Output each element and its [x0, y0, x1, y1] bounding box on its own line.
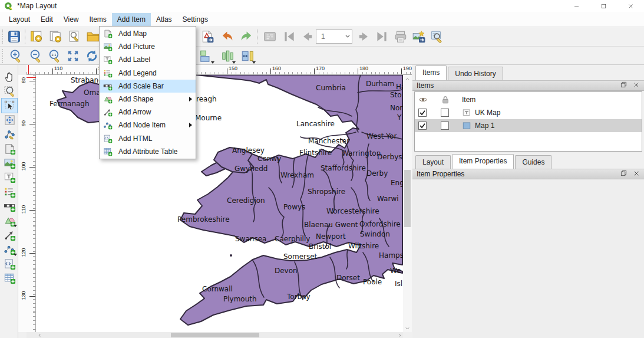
vertical-scrollbar[interactable] [403, 75, 412, 332]
menu-item-add-label[interactable]: Add Label [100, 53, 196, 66]
add-html-tool[interactable] [2, 257, 17, 271]
item-row-map-1[interactable]: Map 1 [415, 119, 642, 132]
add-arrow-tool[interactable] [2, 228, 17, 242]
scroll-left-button[interactable] [36, 332, 43, 338]
atlas-previous-feature-button[interactable] [299, 28, 315, 45]
map-label: Hampsh [379, 251, 403, 260]
menu-item-add-legend[interactable]: Add Legend [100, 67, 196, 80]
export-atlas-button[interactable] [428, 28, 445, 45]
layout-properties-button[interactable] [28, 28, 45, 45]
zoom-full-extent-button[interactable] [65, 48, 81, 64]
menu-edit[interactable]: Edit [35, 13, 58, 26]
menu-item-add-scale-bar[interactable]: Add Scale Bar [100, 80, 196, 93]
menu-item-add-picture[interactable]: Add Picture [100, 40, 196, 53]
toolbox [0, 65, 18, 338]
align-items-button[interactable] [198, 48, 214, 64]
close-button[interactable] [617, 0, 644, 12]
map-label: reagh [196, 95, 217, 103]
scroll-right-button[interactable] [396, 332, 403, 338]
menu-item-add-arrow[interactable]: Add Arrow [100, 106, 196, 119]
float-panel-icon[interactable] [620, 81, 628, 90]
maximize-button[interactable] [590, 0, 617, 12]
map-label: Blaenau Gwent [304, 221, 358, 229]
menu-item-add-html[interactable]: Add HTML [100, 132, 196, 145]
lock-checkbox[interactable] [441, 109, 449, 117]
map-label: Gwynedd [235, 165, 267, 173]
zoom-actual-size-button[interactable]: 1:1 [46, 48, 62, 64]
atlas-first-feature-button[interactable] [281, 28, 298, 45]
float-panel-icon[interactable] [620, 169, 628, 179]
redo-button[interactable] [238, 28, 255, 45]
add-map-icon [4, 143, 16, 155]
add-attribute-table-tool[interactable] [2, 271, 17, 286]
preview-atlas-button[interactable] [262, 28, 278, 45]
add-node-item-tool[interactable] [2, 242, 17, 257]
resize-items-button[interactable] [239, 48, 256, 64]
menu-item-add-attribute-table[interactable]: Add Attribute Table [100, 145, 196, 158]
move-item-content-tool[interactable] [2, 113, 17, 127]
menu-item-label: Add Shape [118, 95, 153, 103]
zoom-out-button[interactable] [27, 48, 44, 64]
duplicate-layout-button[interactable] [47, 28, 64, 45]
horizontal-scrollbar[interactable] [36, 332, 403, 338]
add-label-tool[interactable] [2, 170, 17, 185]
add-shape-tool[interactable] [2, 214, 17, 228]
select-move-item-tool[interactable] [2, 99, 17, 113]
zoom-tool[interactable] [2, 84, 17, 98]
vertical-scroll-thumb[interactable] [404, 170, 411, 227]
edit-nodes-item-tool[interactable] [2, 127, 17, 142]
close-panel-icon[interactable] [633, 81, 640, 90]
vertical-ruler[interactable]: 8090100110120130 [18, 75, 36, 332]
refresh-view-button[interactable] [84, 48, 100, 64]
menu-item-add-node-item[interactable]: Add Node Item [100, 119, 196, 132]
print-atlas-button[interactable] [392, 28, 409, 45]
add-map-tool[interactable] [2, 142, 17, 156]
menu-view[interactable]: View [58, 13, 84, 26]
horizontal-ruler[interactable]: 110120130140150160170180190 [27, 65, 412, 75]
visibility-checkbox[interactable] [418, 109, 427, 117]
tab-guides[interactable]: Guides [515, 155, 551, 169]
menu-atlas[interactable]: Atlas [151, 13, 177, 26]
layout-canvas[interactable]: StrabaneOmaghFermanaghreaghMourneCumbria… [36, 75, 403, 332]
add-html-icon [4, 258, 16, 270]
atlas-last-feature-button[interactable] [374, 28, 390, 45]
menu-layout[interactable]: Layout [4, 13, 35, 26]
map-islet [230, 254, 232, 257]
pan-layout-tool[interactable] [2, 70, 17, 84]
add-node-item-icon [103, 120, 113, 130]
visibility-checkbox[interactable] [418, 122, 427, 130]
tab-layout[interactable]: Layout [415, 155, 451, 169]
lock-checkbox[interactable] [441, 122, 449, 130]
add-picture-tool[interactable] [2, 156, 17, 170]
tab-undo-history[interactable]: Undo History [448, 67, 503, 80]
minimize-button[interactable] [563, 0, 590, 12]
tab-items[interactable]: Items [415, 65, 447, 80]
distribute-items-button[interactable] [219, 48, 236, 64]
save-layout-button[interactable] [6, 28, 22, 45]
close-panel-icon[interactable] [633, 170, 640, 179]
ruler-label: 130 [21, 289, 28, 302]
item-properties-panel-title: Item Properties [417, 170, 464, 178]
layout-manager-button[interactable] [66, 28, 82, 45]
item-row-uk-map[interactable]: UK Map [415, 106, 642, 119]
add-legend-tool[interactable] [2, 185, 17, 199]
atlas-next-feature-button[interactable] [356, 28, 372, 45]
undo-button[interactable] [219, 28, 236, 45]
atlas-page-combo[interactable]: 1 [316, 29, 352, 44]
horizontal-scroll-thumb[interactable] [171, 333, 259, 337]
tab-item-properties[interactable]: Item Properties [452, 154, 514, 169]
export-pdf-button[interactable] [199, 28, 216, 45]
add-scalebar-tool[interactable] [2, 199, 17, 214]
menu-item-add-map[interactable]: Add Map [100, 27, 196, 40]
export-atlas-image-button[interactable] [411, 28, 427, 45]
menu-add-item[interactable]: Add Item [112, 13, 151, 26]
menu-item-label: Add Legend [118, 69, 157, 77]
menu-settings[interactable]: Settings [177, 13, 213, 26]
menu-item-add-shape[interactable]: Add Shape [100, 93, 196, 106]
map-label: Powys [283, 203, 305, 211]
zoom-in-button[interactable] [7, 48, 24, 64]
scroll-down-button[interactable] [403, 324, 412, 332]
menu-items[interactable]: Items [84, 13, 112, 26]
move-content-icon [4, 114, 16, 126]
scroll-up-button[interactable] [403, 75, 412, 83]
